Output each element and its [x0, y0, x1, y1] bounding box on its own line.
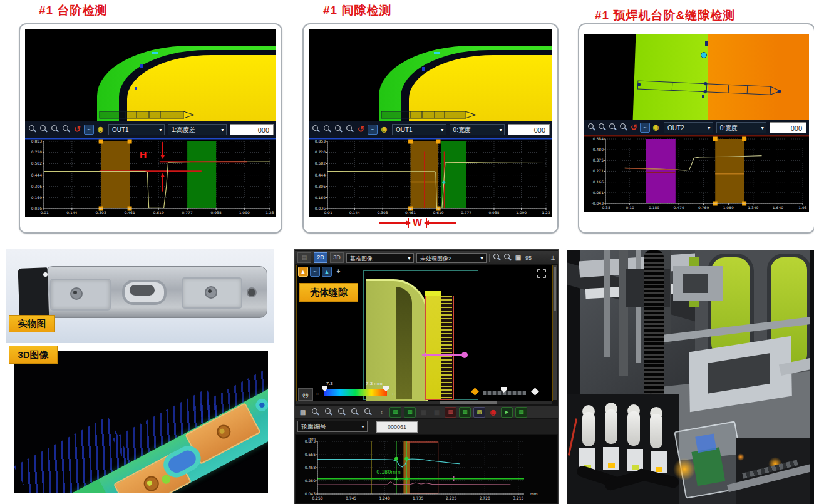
gap-detection-panel: ↺~◉ OUT1▼ 0:宽度▼ 000 0.8530.7200.5820.444… — [302, 23, 559, 234]
profile-chart-icon[interactable]: ~ — [368, 125, 378, 135]
horizontal-scrollbar[interactable] — [296, 401, 552, 404]
grid-icon[interactable]: ▦ — [389, 407, 401, 418]
svg-text:0.375: 0.375 — [593, 158, 604, 162]
svg-text:0.250: 0.250 — [305, 478, 316, 483]
fit-screen-icon[interactable]: ▣ — [513, 253, 523, 262]
preweld-panel-title: #1 预焊机台阶&缝隙检测 — [595, 8, 735, 24]
pan-icon[interactable]: ↕ — [376, 408, 387, 417]
view-1d-button[interactable]: ▤ — [297, 252, 311, 263]
svg-text:0.665: 0.665 — [305, 452, 316, 456]
chevron-down-icon: ▼ — [440, 125, 445, 136]
roi-mixed-icon[interactable]: ▩ — [473, 407, 485, 418]
zoom-out-icon[interactable] — [324, 408, 334, 417]
zoom-out-icon[interactable] — [39, 125, 48, 134]
svg-text:0.720: 0.720 — [315, 150, 326, 154]
layout-icon[interactable]: ▤ — [297, 408, 308, 417]
output-select[interactable]: OUT1▼ — [392, 124, 446, 135]
vertical-scrollbar[interactable] — [553, 265, 557, 400]
roi-green-icon[interactable]: ▦ — [459, 407, 471, 418]
end-marker-diamond[interactable] — [531, 388, 539, 396]
inspection-slide: #1 台阶检测 #1 间隙检测 #1 预焊机台阶&缝隙检测 ↺~◉ OUT1▼ … — [0, 0, 814, 504]
output-select[interactable]: OUT2▼ — [664, 122, 713, 133]
zoom-fit-icon[interactable] — [345, 125, 354, 134]
scrollbar-thumb[interactable] — [440, 401, 497, 404]
export-icon[interactable]: ► — [501, 407, 513, 418]
measure-area-icon[interactable]: ▦ — [404, 407, 416, 418]
zoom-in-icon[interactable] — [311, 125, 321, 134]
preweld-camera-image — [584, 34, 809, 120]
output-select[interactable]: OUT1▼ — [108, 124, 165, 135]
frame-opening — [708, 353, 770, 393]
capture-icon[interactable]: ▦ — [515, 407, 527, 418]
target-icon[interactable]: ◎ — [298, 388, 313, 401]
scrollbar-thumb[interactable] — [554, 267, 556, 311]
surface-view-icon[interactable]: ▲ — [322, 267, 332, 277]
step-profile-chart[interactable]: H0.8530.7200.5820.4440.3060.1690.036-0.0… — [25, 138, 276, 217]
reset-icon[interactable]: ↺ — [629, 123, 639, 132]
chevron-down-icon: ▼ — [407, 254, 411, 264]
measurement-roi-arrow[interactable] — [634, 76, 791, 97]
svg-text:2.720: 2.720 — [480, 496, 490, 500]
chevron-down-icon: ▼ — [760, 123, 765, 134]
measure-mode-select[interactable]: 0:宽度▼ — [716, 122, 767, 133]
measure-settings-icon[interactable]: ◉ — [96, 125, 105, 134]
measure-settings-icon[interactable]: ◉ — [379, 125, 389, 134]
zoom-fit-icon[interactable] — [61, 125, 71, 134]
measure-settings-icon[interactable]: ◉ — [651, 123, 661, 132]
tool-disabled-1-icon[interactable]: ▦ — [418, 408, 429, 417]
reset-icon[interactable]: ↺ — [356, 125, 366, 134]
tool-disabled-2-icon[interactable]: ▦ — [431, 408, 442, 417]
output-select-value: OUT1 — [112, 126, 129, 133]
gap-profile-chart[interactable]: 0.8530.7200.5820.4440.3060.1690.036-0.01… — [309, 138, 552, 217]
viewer-top-toolbar: ▤ 2D 3D 基准图像▼ 未处理图像2▼ ▣ 95 ⊥ — [295, 251, 558, 264]
height-image-icon[interactable]: ▲ — [298, 267, 308, 277]
position-icon[interactable]: + — [334, 267, 343, 276]
zoom-in-icon[interactable] — [28, 125, 37, 134]
zoom-region-icon[interactable] — [337, 408, 348, 417]
zoom-region-icon[interactable] — [608, 123, 617, 132]
svg-text:1.93: 1.93 — [798, 205, 807, 210]
zoom-out-icon[interactable] — [597, 123, 607, 132]
zoom-out-icon[interactable] — [322, 125, 332, 134]
profile-chart-icon[interactable]: ~ — [640, 123, 650, 133]
contour-number-select[interactable]: 轮廓编号▼ — [297, 421, 368, 432]
zoom-fit-icon[interactable] — [363, 408, 374, 417]
shell-gap-profile-chart[interactable]: 0.180mm0.8730.6650.4580.2500.0430.2500.7… — [296, 435, 557, 503]
record-icon[interactable]: ◉ — [488, 408, 498, 417]
range-right-icon[interactable]: ↔ — [391, 390, 399, 398]
roi-red-icon[interactable]: ▦ — [445, 407, 456, 418]
contour-number-field[interactable]: 000061 — [376, 421, 418, 433]
svg-text:0.169: 0.169 — [31, 195, 42, 200]
zoom-region-icon[interactable] — [334, 125, 343, 134]
profile-view-icon[interactable]: ~ — [310, 267, 320, 277]
view-2d-button[interactable]: 2D — [314, 252, 327, 263]
measure-mode-select[interactable]: 1:高度差▼ — [168, 124, 227, 135]
threshold-value-field[interactable]: 000 — [770, 122, 806, 133]
measurement-roi-arrow[interactable] — [381, 108, 487, 121]
tool-icon[interactable]: ⊥ — [550, 255, 555, 261]
profile-chart-icon[interactable]: ~ — [84, 125, 94, 135]
arrow-left-icon — [428, 222, 456, 224]
measurement-roi-arrow[interactable] — [99, 108, 205, 121]
zoom-in-icon[interactable] — [311, 408, 321, 417]
view-3d-button[interactable]: 3D — [330, 252, 344, 263]
fullscreen-icon[interactable] — [537, 269, 546, 278]
zoom-prev-icon[interactable] — [350, 408, 361, 417]
zoom-in-icon[interactable] — [492, 253, 502, 262]
chevron-down-icon: ▼ — [361, 421, 365, 433]
svg-text:-0.01: -0.01 — [39, 210, 49, 215]
height-colorbar[interactable] — [324, 389, 387, 396]
reset-icon[interactable]: ↺ — [73, 125, 82, 134]
zoom-fit-icon[interactable] — [619, 123, 628, 132]
measure-mode-select[interactable]: 0:宽度▼ — [450, 124, 505, 135]
threshold-value-field[interactable]: 000 — [230, 124, 274, 135]
zoom-in-icon[interactable] — [587, 123, 596, 132]
processed-image-select[interactable]: 未处理图像2▼ — [416, 253, 487, 263]
svg-text:1.059: 1.059 — [723, 205, 734, 210]
range-left-icon[interactable]: ↔ — [314, 390, 322, 398]
base-image-select[interactable]: 基准图像▼ — [346, 253, 414, 263]
preweld-profile-chart[interactable]: 0.5840.4800.3750.2710.1660.061-0.043-0.3… — [584, 135, 809, 212]
zoom-region-icon[interactable] — [50, 125, 59, 134]
zoom-out-icon[interactable] — [503, 253, 512, 262]
threshold-value-field[interactable]: 000 — [508, 124, 550, 135]
